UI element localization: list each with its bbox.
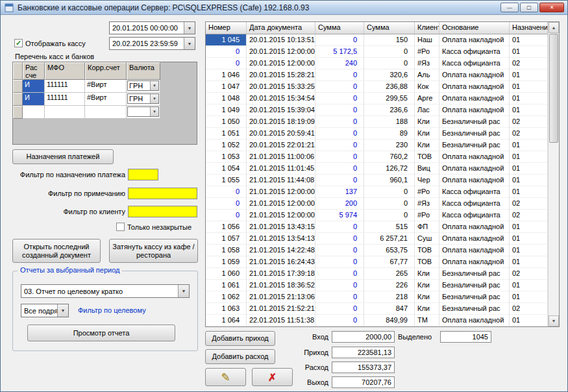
table-cell[interactable]: 1 045 [206, 34, 247, 46]
chevron-down-icon[interactable]: ▼ [184, 22, 195, 34]
chevron-down-icon[interactable]: ▼ [150, 107, 158, 116]
table-cell[interactable]: 1 060 [206, 268, 247, 280]
table-cell[interactable]: 21.01.2015 14:22:48 [247, 245, 315, 256]
table-row[interactable]: 1 06321.01.2015 21:52:210847КлиБезналичн… [206, 303, 548, 315]
table-cell[interactable]: 0 [206, 46, 247, 58]
table-cell[interactable]: 1 064 [206, 315, 247, 326]
table-cell[interactable]: 0 [315, 221, 364, 233]
table-row[interactable]: 1 06021.01.2015 17:39:180265КлиБезналичн… [206, 268, 548, 280]
table-cell[interactable]: 21.01.2015 11:44:08 [247, 175, 315, 186]
table-cell[interactable]: 5 172,5 [315, 46, 364, 58]
table-cell[interactable]: #Ро [415, 210, 439, 221]
table-cell[interactable]: 0 [206, 58, 247, 69]
table-cell[interactable]: 1 057 [206, 233, 247, 245]
table-cell[interactable]: 01 [510, 140, 548, 151]
table-cell[interactable]: 21.01.2015 12:00:00 [247, 186, 315, 198]
table-cell[interactable]: Кли [415, 140, 439, 151]
table-cell[interactable]: Суш [415, 233, 439, 245]
table-cell[interactable]: Оплата накладной [439, 151, 510, 163]
table-cell[interactable]: 226 [364, 280, 415, 291]
account-cell[interactable] [23, 106, 45, 119]
show-cash-checkbox[interactable]: ✓ Отображать кассу [14, 39, 86, 47]
table-cell[interactable]: 01 [510, 233, 548, 245]
table-cell[interactable]: 01 [510, 163, 548, 175]
table-cell[interactable]: 126,72 [364, 163, 415, 175]
table-cell[interactable]: 230 [364, 140, 415, 151]
table-row[interactable]: 1 04920.01.2015 15:39:040236,6ЛасОплата … [206, 104, 548, 116]
table-row[interactable]: 1 04820.01.2015 15:34:540299,55АргеОплат… [206, 93, 548, 104]
total-expense-field[interactable]: 155373,37 [332, 361, 395, 373]
close-button[interactable]: ✕ [539, 3, 564, 12]
mfo-cell[interactable] [45, 106, 85, 119]
table-cell[interactable]: 0 [315, 93, 364, 104]
table-cell[interactable]: 0 [315, 291, 364, 303]
currency-select[interactable]: ГРН▼ [127, 80, 159, 91]
table-cell[interactable]: 1 055 [206, 175, 247, 186]
filter-purpose-input[interactable] [128, 169, 158, 180]
table-row[interactable]: 1 05621.01.2015 13:43:150515ФПОплата нак… [206, 221, 548, 233]
filter-client-input[interactable] [128, 206, 197, 217]
table-cell[interactable]: 21.01.2015 18:36:52 [247, 280, 315, 291]
minimize-button[interactable]: — [500, 3, 519, 12]
table-cell[interactable]: 1 050 [206, 116, 247, 128]
table-cell[interactable]: 02 [510, 58, 548, 69]
add-expense-button[interactable]: Добавить расход [205, 349, 275, 364]
table-cell[interactable]: Безналичный рас [439, 303, 510, 315]
table-cell[interactable]: ТОВ [415, 151, 439, 163]
table-cell[interactable]: 0 [315, 245, 364, 256]
table-cell[interactable]: 299,55 [364, 93, 415, 104]
table-cell[interactable]: 1 053 [206, 151, 247, 163]
table-cell[interactable]: 21.01.2015 12:00:00 [247, 210, 315, 221]
table-cell[interactable]: 01 [510, 93, 548, 104]
table-cell[interactable]: Касса официанта [439, 198, 510, 210]
table-row[interactable]: 1 05921.01.2015 16:24:43067,77ТОВОплата … [206, 256, 548, 268]
account-cell[interactable]: И [23, 80, 45, 93]
table-cell[interactable]: Оплата накладной [439, 93, 510, 104]
table-cell[interactable]: 01 [510, 280, 548, 291]
table-cell[interactable]: 21.01.2015 21:13:06 [247, 291, 315, 303]
table-row[interactable]: 1 05721.01.2015 13:54:1306 257,21СушОпла… [206, 233, 548, 245]
table-row[interactable]: 1 05220.01.2015 22:01:210230КлиБезналичн… [206, 140, 548, 151]
column-header-5[interactable]: Клиент [415, 22, 439, 34]
table-cell[interactable]: 02 [510, 128, 548, 140]
table-cell[interactable]: Аль [415, 69, 439, 81]
open-last-document-button[interactable]: Открыть последний созданный документ [12, 239, 101, 263]
table-cell[interactable]: 653,75 [364, 245, 415, 256]
table-cell[interactable]: 1 063 [206, 303, 247, 315]
table-cell[interactable]: 320,6 [364, 69, 415, 81]
table-cell[interactable]: 1 048 [206, 93, 247, 104]
table-cell[interactable]: 1 049 [206, 104, 247, 116]
table-cell[interactable]: 21.01.2015 13:43:15 [247, 221, 315, 233]
table-cell[interactable]: 20.01.2015 15:39:04 [247, 104, 315, 116]
table-cell[interactable]: 0 [364, 198, 415, 210]
table-cell[interactable]: ТОВ [415, 256, 439, 268]
table-cell[interactable]: 1 054 [206, 163, 247, 175]
table-cell[interactable]: 21.01.2015 11:00:06 [247, 151, 315, 163]
table-cell[interactable]: 02 [510, 116, 548, 128]
table-cell[interactable]: 20.01.2015 20:59:41 [247, 128, 315, 140]
table-cell[interactable]: Касса официанта [439, 46, 510, 58]
table-cell[interactable]: 137 [315, 186, 364, 198]
table-cell[interactable]: Кли [415, 291, 439, 303]
table-cell[interactable]: Кли [415, 128, 439, 140]
table-cell[interactable]: 20.01.2015 12:00:00 [247, 46, 315, 58]
table-cell[interactable]: 0 [315, 280, 364, 291]
table-cell[interactable]: Оплата накладной [439, 104, 510, 116]
table-cell[interactable]: Оплата накладной [439, 69, 510, 81]
table-cell[interactable]: Оплата накладной [439, 34, 510, 46]
table-cell[interactable]: 01 [510, 104, 548, 116]
table-cell[interactable]: Чер [415, 175, 439, 186]
table-cell[interactable]: Наш [415, 34, 439, 46]
table-cell[interactable]: Безналичный рас [439, 268, 510, 280]
row-header[interactable] [13, 80, 23, 93]
selected-count-field[interactable]: 1045 [440, 331, 491, 343]
table-cell[interactable]: 01 [510, 186, 548, 198]
table-row[interactable]: 1 05020.01.2015 18:19:090188КлиБезналичн… [206, 116, 548, 128]
scope-select[interactable]: Все подря ▼ [21, 304, 69, 317]
table-cell[interactable]: 1 062 [206, 291, 247, 303]
table-cell[interactable]: 0 [315, 34, 364, 46]
table-row[interactable]: 021.01.2015 12:00:001370#РоКасса официан… [206, 186, 548, 198]
currency-select[interactable]: ▼ [127, 106, 159, 117]
table-cell[interactable]: Безналичный рас [439, 291, 510, 303]
chevron-down-icon[interactable]: ▼ [184, 38, 195, 49]
